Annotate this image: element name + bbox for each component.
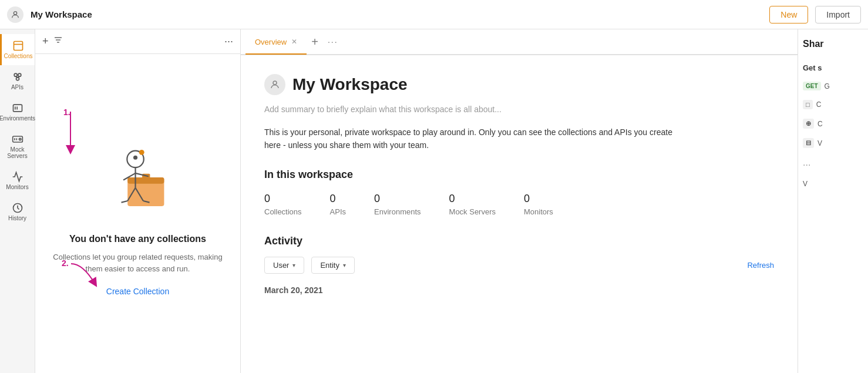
refresh-button[interactable]: Refresh: [747, 261, 774, 270]
right-panel-item-share-label: C: [817, 120, 823, 128]
right-panel-item-folder-label: C: [816, 100, 822, 109]
stat-monitors-label: Monitors: [524, 207, 553, 216]
sidebar-item-monitors[interactable]: Monitors: [0, 165, 35, 196]
right-panel-item-get-label: G: [825, 82, 830, 90]
entity-filter-chevron: ▾: [343, 262, 346, 268]
svg-point-14: [19, 138, 21, 140]
sidebar-item-collections[interactable]: Collections: [0, 34, 35, 65]
tab-overview-label: Overview: [255, 38, 287, 46]
collections-more-button[interactable]: ···: [224, 35, 233, 48]
annotation-2-arrow: 2.: [59, 257, 118, 292]
workspace-name: My Workspace: [292, 75, 408, 94]
tab-close-button[interactable]: ✕: [291, 38, 297, 46]
svg-point-4: [18, 73, 21, 76]
workspace-heading: My Workspace: [264, 74, 774, 95]
tab-add-button[interactable]: +: [307, 35, 323, 49]
svg-text:2.: 2.: [62, 258, 69, 268]
stat-apis: 0 APIs: [330, 193, 346, 216]
stat-collections-label: Collections: [264, 207, 302, 216]
create-collection-wrapper: 2. Create Collection: [106, 286, 169, 297]
collections-search-input[interactable]: [68, 37, 220, 46]
tab-more-button[interactable]: ···: [323, 37, 343, 46]
svg-point-25: [133, 156, 137, 160]
env-badge: ⊟: [803, 138, 814, 148]
svg-line-7: [18, 76, 19, 78]
new-button[interactable]: New: [769, 6, 808, 23]
stat-apis-count: 0: [330, 193, 346, 205]
stat-environments: 0 Environments: [374, 193, 420, 216]
workspace-avatar: [264, 74, 285, 95]
collections-header: + ···: [35, 29, 240, 54]
right-panel-item-env[interactable]: ⊟ V: [803, 138, 863, 148]
right-panel-item-env-label: V: [817, 139, 822, 147]
svg-line-6: [15, 76, 17, 78]
stats-row: 0 Collections 0 APIs 0 Environments 0 Mo…: [264, 193, 774, 216]
main-layout: Collections APIs Environments Mock Serve…: [0, 29, 868, 373]
svg-point-0: [14, 11, 16, 14]
sidebar-item-history[interactable]: History: [0, 196, 35, 227]
user-filter-chevron: ▾: [292, 262, 295, 268]
stat-apis-label: APIs: [330, 207, 346, 216]
tab-overview[interactable]: Overview ✕: [245, 30, 307, 55]
sidebar-item-mock-servers[interactable]: Mock Servers: [0, 127, 35, 165]
add-collection-button[interactable]: +: [42, 35, 49, 48]
user-filter-label: User: [273, 261, 289, 270]
stat-collections: 0 Collections: [264, 193, 302, 216]
content-body: My Workspace Add summary to briefly expl…: [241, 55, 798, 373]
share-badge: ⊕: [803, 119, 814, 129]
activity-date: March 20, 2021: [264, 285, 774, 295]
stat-monitors-count: 0: [524, 193, 553, 205]
stat-environments-label: Environments: [374, 207, 420, 216]
right-panel-bottom-label: V: [803, 180, 863, 188]
stat-monitors: 0 Monitors: [524, 193, 553, 216]
tab-bar: Overview ✕ + ···: [241, 29, 798, 55]
svg-point-5: [16, 78, 19, 80]
workspace-summary-placeholder[interactable]: Add summary to briefly explain what this…: [264, 105, 774, 114]
top-bar: My Workspace New Import: [0, 0, 868, 29]
sidebar-item-apis[interactable]: APIs: [0, 65, 35, 96]
get-started-title: Get s: [803, 63, 863, 72]
svg-line-32: [121, 201, 127, 203]
folder-badge: □: [803, 100, 813, 109]
activity-filters: User ▾ Entity ▾ Refresh: [264, 257, 774, 274]
right-panel-more-button[interactable]: ···: [803, 160, 863, 170]
right-panel-item-share[interactable]: ⊕ C: [803, 119, 863, 129]
sidebar-item-environments[interactable]: Environments: [0, 96, 35, 127]
entity-filter-label: Entity: [320, 261, 339, 270]
entity-filter-dropdown[interactable]: Entity ▾: [311, 257, 355, 274]
stat-mock-servers-count: 0: [449, 193, 496, 205]
stat-collections-count: 0: [264, 193, 302, 205]
get-badge: GET: [803, 82, 821, 90]
user-filter-dropdown[interactable]: User ▾: [264, 257, 304, 274]
right-panel-item-folder[interactable]: □ C: [803, 100, 863, 109]
collections-panel: 1. + ···: [35, 29, 241, 373]
empty-collections-illustration: [85, 130, 191, 224]
svg-point-26: [139, 150, 144, 155]
main-content: Overview ✕ + ··· My Workspace Add summar…: [241, 29, 798, 373]
svg-rect-1: [14, 42, 23, 51]
right-panel-item-get[interactable]: GET G: [803, 82, 863, 90]
import-button[interactable]: Import: [815, 6, 861, 23]
stat-mock-servers: 0 Mock Servers: [449, 193, 496, 216]
in-this-workspace-title: In this workspace: [264, 169, 774, 181]
right-panel-title: Shar: [803, 39, 863, 49]
collections-body: You don't have any collections Collectio…: [35, 54, 240, 373]
activity-title: Activity: [264, 235, 774, 247]
no-collections-title: You don't have any collections: [69, 234, 206, 244]
svg-point-3: [14, 73, 17, 76]
icon-sidebar: Collections APIs Environments Mock Serve…: [0, 29, 35, 373]
workspace-description: This is your personal, private workspace…: [264, 126, 675, 152]
workspace-title: My Workspace: [31, 9, 762, 19]
svg-point-35: [273, 81, 277, 85]
stat-mock-servers-label: Mock Servers: [449, 207, 496, 216]
workspace-avatar-icon: [7, 6, 23, 23]
filter-button[interactable]: [53, 35, 63, 48]
right-panel: Shar Get s GET G □ C ⊕ C ⊟ V ··· V: [798, 29, 868, 373]
stat-environments-count: 0: [374, 193, 420, 205]
